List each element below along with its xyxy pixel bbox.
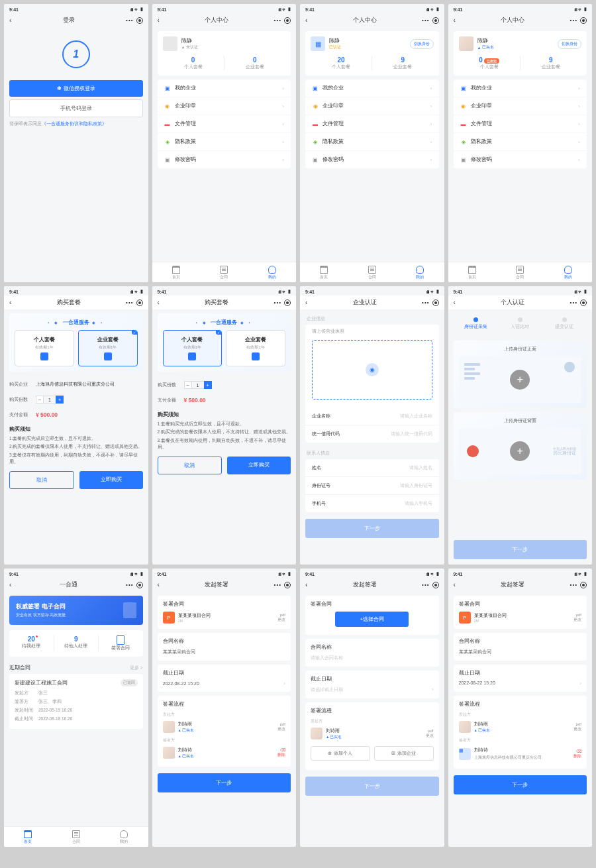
change-action[interactable]: pdf更改 [277,722,285,732]
buy-button[interactable]: 立即购买 [227,457,291,474]
corp-name-input[interactable]: 企业名称请输入企业名称 [305,407,439,425]
menu-files[interactable]: ▬文件管理› [454,115,587,133]
menu-files[interactable]: ▬文件管理› [305,115,439,133]
avatar[interactable] [163,36,177,51]
tab-home[interactable]: 首页 [4,830,52,845]
menu-password[interactable]: ▣修改密码› [305,151,439,168]
back-icon[interactable]: ‹ [158,17,160,24]
next-button[interactable]: 下一步 [305,777,439,796]
tab-contract[interactable]: 合同 [348,266,397,280]
tab-mine[interactable]: 我的 [544,266,593,280]
menu-icon[interactable]: ••• [126,17,133,23]
tab-mine[interactable]: 我的 [396,266,444,280]
buy-button[interactable]: 立即购买 [79,471,143,489]
pkg-personal[interactable]: 个人套餐有效期1年 [15,330,74,366]
menu-my-corp[interactable]: ▣我的企业› [158,80,291,97]
tab-home[interactable]: 首页 [448,266,497,280]
header-actions[interactable]: ••• [126,17,142,24]
select-contract-button[interactable]: +选择合同 [335,612,409,627]
deadline-input[interactable]: 请选择截止日期 [311,686,343,693]
corp-count[interactable]: 0企业套餐 [224,56,285,70]
menu-seal[interactable]: ◉企业印章› [454,97,587,115]
stat-pending-me[interactable]: 20待我处理 [9,635,54,651]
banner[interactable]: 权威签署 电子合同安全有效 双方留存 高效便捷 [9,596,143,625]
target-icon[interactable] [136,17,143,24]
menu-password[interactable]: ▣修改密码› [454,151,587,168]
back-icon[interactable]: ‹ [9,581,11,588]
tab-contract[interactable]: 合同 [200,266,248,280]
signer-initiator[interactable]: 刘诗雨▲ 已实名pdf更改 [163,718,286,735]
personal-count[interactable]: 0个人套餐 [163,56,224,70]
name-input[interactable]: 姓名请输入姓名 [305,459,439,477]
phone-login-button[interactable]: 手机号码登录 [9,99,143,117]
menu-files[interactable]: ▬文件管理› [158,115,291,133]
tab-mine[interactable]: 我的 [248,266,297,280]
stat-sign[interactable]: 签署合同 [99,635,143,651]
back-icon[interactable]: ‹ [305,581,307,588]
avatar[interactable]: ▦ [311,36,325,51]
tab-mine[interactable]: 我的 [100,830,148,845]
deadline-value[interactable]: 2022-08-22 15:20 [163,681,199,686]
add-corp-button[interactable]: ⊞添加企业 [374,746,434,761]
pkg-corp[interactable]: 企业套餐有效期1年 [226,330,285,366]
tab-home[interactable]: 首页 [152,266,201,280]
menu-my-corp[interactable]: ▣我的企业› [305,80,439,97]
upload-license[interactable]: ◉ [312,340,432,400]
folder-icon: ▬ [164,121,171,127]
cancel-button[interactable]: 取消 [158,457,223,474]
contract-item[interactable]: 新建建设工程施工合同已退回 发起方张三 签署方张三、李四 发起时间2022-05… [9,674,143,729]
wechat-login-button[interactable]: ✽微信授权登录 [9,80,143,97]
next-button[interactable]: 下一步 [454,775,587,794]
id-input[interactable]: 身份证号请输入身份证号 [305,477,439,495]
next-button[interactable]: 下一步 [158,773,291,792]
back-icon[interactable]: ‹ [305,17,307,24]
menu-privacy[interactable]: ◈隐私政策› [305,133,439,151]
upload-id-front[interactable]: + [459,356,582,403]
back-icon[interactable]: ‹ [305,299,307,306]
file-item[interactable]: P某某某项目合同2Mpdf更改 [163,612,286,624]
back-icon[interactable]: ‹ [9,17,11,24]
quantity-stepper[interactable]: −1+ [36,396,64,404]
next-button[interactable]: 下一步 [454,540,587,559]
tab-contract[interactable]: 合同 [52,830,101,845]
contract-name[interactable]: 某某某采购合同 [163,649,286,655]
switch-identity-button[interactable]: 切换身份 [558,39,581,49]
add-person-button[interactable]: ⊕添加个人 [311,746,370,761]
back-icon[interactable]: ‹ [454,299,456,306]
wechat-icon: ✽ [57,85,62,91]
back-icon[interactable]: ‹ [454,581,456,588]
stat-pending-other[interactable]: 9待他人处理 [54,635,99,651]
delete-action[interactable]: ⌫删除 [573,749,581,759]
menu-privacy[interactable]: ◈隐私政策› [158,133,291,151]
menu-seal[interactable]: ◉企业印章› [305,97,439,115]
menu-password[interactable]: ▣修改密码› [158,151,291,168]
menu-seal[interactable]: ◉企业印章› [158,97,291,115]
lock-icon: ▣ [164,156,171,163]
pkg-personal[interactable]: 个人套餐有效期1年 [163,330,223,366]
qty-minus[interactable]: − [36,396,44,404]
tab-home[interactable]: 首页 [300,266,348,280]
phone-input[interactable]: 手机号请输入手机号 [305,495,439,512]
qty-plus[interactable]: + [56,396,64,404]
delete-action[interactable]: ⌫删除 [277,747,285,758]
contract-name-input[interactable]: 请输入合同名称 [311,655,434,661]
signer-initiator[interactable]: 刘诗雨▲ 已实名pdf更改 [311,725,434,742]
menu-privacy[interactable]: ◈隐私政策› [454,133,587,151]
back-icon[interactable]: ‹ [9,299,11,306]
upload-id-back[interactable]: 中华人民共和国居民身份证 + [459,428,582,474]
tab-contract[interactable]: 合同 [496,266,544,280]
file-change[interactable]: pdf更改 [277,613,285,623]
switch-identity-button[interactable]: 切换身份 [410,39,434,49]
more-link[interactable]: 更多 > [130,665,143,671]
menu-my-corp[interactable]: ▣我的企业› [454,80,587,97]
back-icon[interactable]: ‹ [454,17,456,24]
signer-party[interactable]: 刘诗诗▲ 已实名⌫删除 [163,744,286,761]
credit-code-input[interactable]: 统一信用代码请输入统一信用代码 [305,425,439,443]
back-icon[interactable]: ‹ [158,299,160,306]
cancel-button[interactable]: 取消 [9,471,74,489]
pkg-corp[interactable]: 企业套餐有效期1年 [78,330,138,366]
avatar[interactable] [459,36,473,51]
back-icon[interactable]: ‹ [158,581,160,588]
next-button[interactable]: 下一步 [305,519,439,538]
policy-link[interactable]: 《一合通服务协议和隐私政策》 [42,121,107,126]
